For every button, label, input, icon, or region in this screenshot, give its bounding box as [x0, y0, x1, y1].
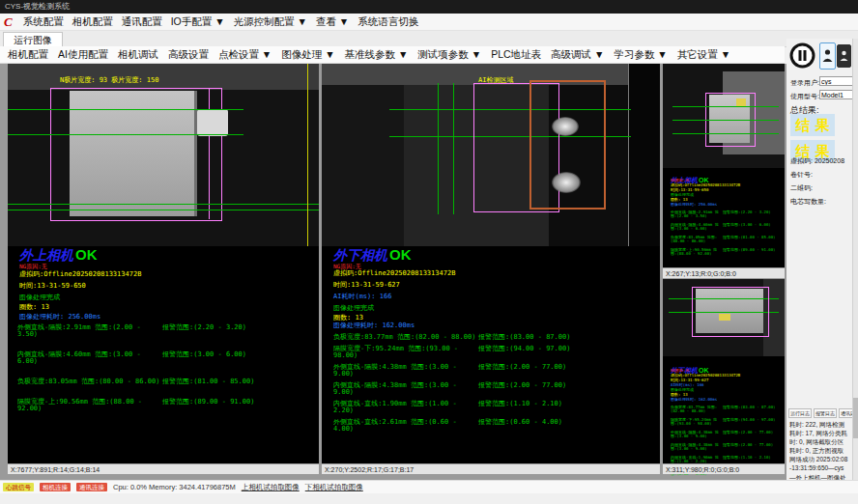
toolbar-item-6[interactable]: 基准线参数 ▼	[345, 48, 409, 62]
proc-time-line: 图像处理耗时: 256.00ms	[19, 314, 100, 321]
small-top-camera-panel: 外上相机OK NG原因:无 虚拟码:Offline202502081331347…	[663, 64, 785, 278]
measurement-row: 隔膜宽度-下:95.24mm 范围:(93.00 - 98.00)报警范围:(9…	[671, 418, 779, 426]
measurement-row: 负极宽度:83.05mm 范围:(80.00 - 86.00)报警范围:(81.…	[17, 378, 312, 385]
measurement-row: 内侧直线-直线:1.90mm 范围:(1.00 - 2.20)报警范围:(1.1…	[671, 456, 779, 463]
measurement-value: 负极宽度:83.05mm 范围:(80.00 - 86.00)	[17, 378, 162, 385]
left-camera-image[interactable]: N极片宽度: 93 极片宽度: 150	[8, 64, 319, 246]
alarm-range: 报警范围:(2.00 - 77.00)	[478, 382, 566, 396]
count-line: 圈数: 13	[333, 315, 363, 322]
bottom-camera-capture-link[interactable]: 下相机试拍取图像	[305, 483, 363, 492]
measure-line-green	[8, 134, 243, 135]
result-ok: OK	[389, 246, 412, 263]
menu-item-1[interactable]: 相机配置	[72, 15, 113, 29]
log-tab-0[interactable]: 运行日志	[788, 408, 812, 418]
reflective-blob	[552, 172, 581, 193]
window-title: CYS-视觉检测系统	[5, 2, 70, 11]
alarm-range: 报警范围:(0.60 - 4.00)	[478, 419, 562, 433]
measure-vline-green	[438, 83, 439, 214]
toolbar-item-5[interactable]: 图像处理 ▼	[281, 48, 334, 62]
toolbar-item-11[interactable]: 其它设置 ▼	[677, 48, 730, 62]
toolbar-item-4[interactable]: 点检设置 ▼	[218, 48, 272, 62]
time-line: 时间:13-31-59-627	[333, 282, 400, 289]
measurement-row: 内侧直线-隔膜:4.60mm 范围:(3.00 - 6.00)报警范围:(3.0…	[671, 223, 779, 231]
alarm-range: 报警范围:(3.00 - 6.00)	[723, 223, 771, 231]
sidebar-scrollbar[interactable]	[852, 39, 858, 480]
roi-rect-pink	[50, 88, 222, 221]
measurement-row: 外侧直线-隔膜:4.38mm 范围:(3.00 - 9.00)报警范围:(2.0…	[671, 431, 779, 438]
small-bottom-camera-image[interactable]	[663, 279, 785, 356]
measure-line-green	[8, 204, 319, 205]
user-icon	[822, 48, 833, 64]
menu-item-5[interactable]: 查看 ▼	[316, 15, 349, 29]
measurement-value: 负极宽度:83.77mm 范围:(82.00 - 88.00)	[671, 406, 723, 413]
main-area: N极片宽度: 93 极片宽度: 150 外上相机OK NG原因:无 虚拟码:Of…	[0, 64, 858, 480]
toolbar-item-10[interactable]: 学习参数 ▼	[614, 48, 667, 62]
camera-name: 外上相机	[19, 248, 73, 263]
toolbar-item-2[interactable]: 相机调试	[118, 48, 158, 62]
measurement-row: 外侧直线-隔膜:2.91mm 范围:(2.00 - 3.50)报警范围:(2.2…	[17, 324, 312, 338]
right-camera-image[interactable]: AI检测区域	[322, 64, 660, 246]
model-input[interactable]	[819, 90, 854, 99]
measurement-value: 负极宽度:83.05mm 范围:(80.00 - 86.00)	[671, 236, 723, 243]
login-user-button[interactable]	[819, 42, 836, 70]
roi-rect-pink	[692, 287, 769, 337]
measurement-value: 内侧直线-隔膜:4.60mm 范围:(3.00 - 6.00)	[17, 351, 162, 365]
proc-time-line: 图像处理耗时: 162.00ms	[671, 398, 717, 402]
menu-item-4[interactable]: 光源控制配置 ▼	[234, 15, 307, 29]
small-bottom-camera-panel: 外下相机OK NG原因:无 虚拟码:Offline202502081331347…	[663, 279, 785, 474]
image-overlay-label: AI检测区域	[478, 77, 513, 84]
measurement-row: 外侧直线-隔膜:2.91mm 范围:(2.00 - 3.50)报警范围:(2.2…	[671, 210, 779, 218]
comm-link-badge: 通讯连接	[76, 483, 107, 491]
menu-item-0[interactable]: 系统配置	[23, 15, 64, 29]
measurement-row: 隔膜宽度-上:90.56mm 范围:(88.00 - 92.00)报警范围:(8…	[17, 399, 312, 412]
result-ok: OK	[75, 246, 98, 263]
measure-line-green	[8, 210, 319, 210]
toolbar-item-9[interactable]: 高级调试 ▼	[551, 48, 604, 62]
menu-bar-items: 系统配置相机配置通讯配置IO手配置 ▼光源控制配置 ▼查看 ▼系统语言切换	[23, 15, 419, 29]
measurement-value: 隔膜宽度-下:95.24mm 范围:(93.00 - 98.00)	[333, 346, 478, 359]
alarm-range: 报警范围:(1.10 - 2.10)	[478, 401, 562, 414]
toolbar: 相机配置AI使用配置相机调试高级设置点检设置 ▼图像处理 ▼基准线参数 ▼测试项…	[0, 46, 785, 64]
tab-run-image[interactable]: 运行图像	[3, 32, 63, 47]
connector-tab	[197, 109, 228, 136]
measurement-value: 隔膜宽度-上:90.56mm 范围:(88.00 - 92.00)	[17, 399, 162, 412]
alarm-range: 报警范围:(81.00 - 85.00)	[723, 236, 776, 243]
control-sidebar: 登录用户: 使用型号: 总结果: 结果 结果 虚拟码: 20250208卷针号:…	[786, 39, 858, 480]
alarm-range: 报警范围:(89.00 - 91.00)	[723, 248, 776, 256]
pause-button[interactable]	[789, 42, 815, 69]
login-user-input[interactable]	[819, 76, 854, 86]
measurement-value: 内侧直线-隔膜:4.38mm 范围:(3.00 - 9.00)	[333, 382, 478, 396]
alarm-range: 报警范围:(3.00 - 6.00)	[162, 351, 246, 365]
pixel-status-strip: X:311;Y:980;R:0;G:0;B:0	[663, 463, 785, 474]
measure-line-green	[672, 120, 779, 121]
alarm-range: 报警范围:(2.20 - 3.20)	[723, 210, 771, 218]
menu-item-2[interactable]: 通讯配置	[122, 15, 162, 29]
top-camera-capture-link[interactable]: 上相机试拍取图像	[242, 483, 300, 492]
result-box-top: 结果	[790, 114, 835, 136]
right-camera-panel: AI检测区域 外下相机OK NG原因:无 虚拟码:Offline20250208…	[322, 64, 660, 474]
proc-time-line: 图像处理耗时: 256.00ms	[671, 203, 717, 207]
reflective-blob	[552, 117, 579, 136]
alarm-range: 报警范围:(2.00 - 77.00)	[478, 364, 566, 378]
barcode-line: 虚拟码:Offline2025020813313472B	[333, 270, 455, 277]
measurement-value: 外侧直线-隔膜:2.91mm 范围:(2.00 - 3.50)	[17, 324, 162, 338]
toolbar-item-8[interactable]: PLC地址表	[491, 48, 541, 62]
measurement-row: 隔膜宽度-下:95.24mm 范围:(93.00 - 98.00)报警范围:(9…	[333, 346, 652, 359]
menu-item-6[interactable]: 系统语言切换	[358, 15, 418, 29]
measurement-list: 负极宽度:83.77mm 范围:(82.00 - 88.00)报警范围:(83.…	[333, 334, 652, 437]
menu-item-3[interactable]: IO手配置 ▼	[171, 15, 225, 29]
lock-user-button[interactable]	[837, 44, 851, 68]
pause-icon	[789, 42, 815, 69]
measurement-row: 负极宽度:83.77mm 范围:(82.00 - 88.00)报警范围:(83.…	[333, 334, 652, 341]
measurement-value: 外侧直线-隔膜:4.38mm 范围:(3.00 - 9.00)	[671, 431, 723, 438]
measurement-value: 外侧直线-直线:2.61mm 范围:(0.60 - 4.00)	[333, 419, 478, 433]
toolbar-item-1[interactable]: AI使用配置	[58, 48, 108, 62]
scrollbar-thumb[interactable]	[853, 398, 858, 438]
machine-edge-line	[628, 64, 629, 246]
window-titlebar: CYS-视觉检测系统	[0, 0, 858, 14]
toolbar-item-0[interactable]: 相机配置	[8, 48, 48, 62]
log-tab-1[interactable]: 报警日志	[814, 408, 837, 418]
toolbar-item-7[interactable]: 测试项参数 ▼	[417, 48, 481, 62]
toolbar-item-3[interactable]: 高级设置	[168, 48, 209, 62]
small-top-camera-image[interactable]	[663, 64, 785, 168]
